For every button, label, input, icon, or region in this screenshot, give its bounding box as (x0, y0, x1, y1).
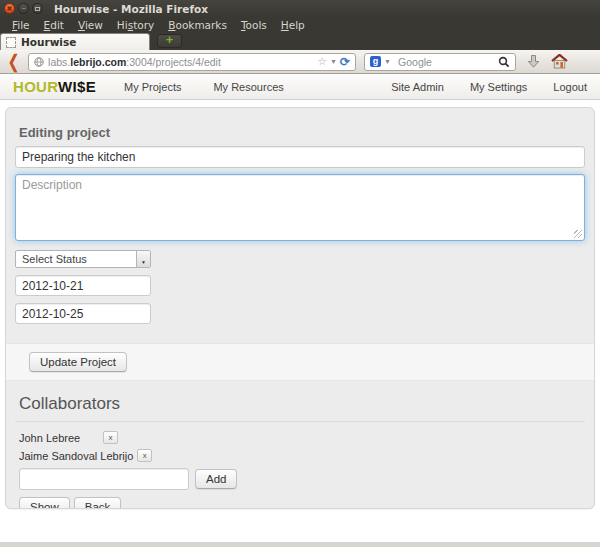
collaborator-row: Jaime Sandoval Lebrijox (19, 448, 581, 463)
project-name-input[interactable] (15, 146, 585, 168)
menu-help[interactable]: Help (274, 19, 312, 31)
header-nav-right: Site AdminMy SettingsLogout (365, 81, 587, 93)
start-date-input[interactable] (15, 275, 151, 296)
window-bottom-edge (0, 542, 600, 547)
nav-link-logout[interactable]: Logout (553, 81, 587, 93)
window-minimize-button[interactable]: − (18, 3, 29, 14)
window-titlebar: ✕ − Hourwise - Mozilla Firefox (0, 0, 600, 17)
url-text-path: :3004/projects/4/edit (126, 56, 221, 68)
window-close-button[interactable]: ✕ (4, 3, 15, 14)
nav-link-site-admin[interactable]: Site Admin (391, 81, 444, 93)
logo-part-hour: HOUR (13, 78, 58, 95)
navigation-toolbar: ❬ labs.lebrijo.com:3004/projects/4/edit … (0, 50, 600, 74)
url-text-domain: lebrijo.com (70, 56, 126, 68)
search-engine-dropdown-icon[interactable]: ▼ (384, 58, 391, 65)
reload-icon[interactable]: ⟳ (340, 55, 350, 69)
add-collaborator-input[interactable] (19, 468, 189, 490)
collaborators-list: John LebreexJaime Sandoval Lebrijox (15, 430, 585, 463)
menu-view[interactable]: View (71, 19, 110, 31)
menubar: FileEditViewHistoryBookmarksToolsHelp (0, 17, 600, 32)
tab-label: Hourwise (21, 36, 76, 48)
menu-file[interactable]: File (5, 19, 37, 31)
new-tab-button[interactable]: + (157, 34, 182, 48)
page-title: Editing project (19, 125, 581, 140)
main-panel: Editing project Select Status ▼ Update P… (5, 107, 595, 509)
home-icon[interactable] (551, 54, 568, 69)
search-engine-icon[interactable]: g (370, 56, 381, 67)
nav-link-my-projects[interactable]: My Projects (124, 81, 181, 93)
logo-part-wise: WI$E (58, 78, 96, 95)
search-input[interactable] (398, 56, 484, 68)
back-button[interactable]: ❬ (6, 53, 21, 71)
tab-bar: Hourwise + (0, 32, 600, 50)
select-dropdown-icon[interactable]: ▼ (136, 251, 150, 267)
bookmark-star-icon[interactable]: ☆ (317, 55, 327, 68)
tab-hourwise[interactable]: Hourwise (0, 33, 150, 50)
window-title: Hourwise - Mozilla Firefox (54, 3, 208, 15)
remove-collaborator-button[interactable]: x (137, 449, 152, 462)
collaborator-name: Jaime Sandoval Lebrijo (19, 450, 137, 462)
nav-link-my-resources[interactable]: My Resources (213, 81, 283, 93)
url-bar[interactable]: labs.lebrijo.com:3004/projects/4/edit ☆ … (28, 53, 356, 71)
show-button[interactable]: Show (19, 497, 70, 509)
nav-link-my-settings[interactable]: My Settings (470, 81, 527, 93)
site-header: HOURWI$E My ProjectsMy Resources Site Ad… (0, 74, 600, 100)
description-field-wrap (15, 174, 585, 241)
url-dropdown-icon[interactable]: ▼ (330, 58, 337, 65)
form-actions: Update Project (6, 343, 594, 381)
collaborators-heading: Collaborators (19, 394, 581, 414)
hourwise-logo[interactable]: HOURWI$E (13, 78, 96, 95)
globe-icon (34, 57, 44, 67)
tab-favicon-icon (6, 37, 16, 48)
window-maximize-button[interactable] (32, 3, 43, 14)
url-text-prefix: labs. (48, 56, 70, 68)
collaborator-row: John Lebreex (19, 430, 581, 445)
update-project-button[interactable]: Update Project (29, 352, 127, 372)
search-bar[interactable]: g ▼ (364, 53, 516, 71)
menu-bookmarks[interactable]: Bookmarks (161, 19, 234, 31)
footer-buttons: Show Back (19, 497, 581, 509)
header-nav-left: My ProjectsMy Resources (124, 81, 316, 93)
back-button-page[interactable]: Back (74, 497, 122, 509)
description-textarea[interactable] (15, 174, 585, 241)
collaborator-name: John Lebree (19, 432, 103, 444)
menu-history[interactable]: History (110, 19, 161, 31)
remove-collaborator-button[interactable]: x (103, 431, 118, 444)
end-date-input[interactable] (15, 303, 151, 324)
page-body: Editing project Select Status ▼ Update P… (0, 100, 600, 509)
menu-edit[interactable]: Edit (37, 19, 71, 31)
status-select[interactable]: Select Status ▼ (15, 250, 151, 268)
menu-tools[interactable]: Tools (234, 19, 274, 31)
collaborators-divider (15, 421, 585, 422)
add-collaborator-button[interactable]: Add (195, 469, 237, 489)
add-collaborator-row: Add (19, 468, 581, 490)
search-magnifier-icon[interactable] (498, 56, 510, 68)
downloads-icon[interactable] (526, 54, 541, 69)
status-select-value: Select Status (22, 253, 87, 265)
